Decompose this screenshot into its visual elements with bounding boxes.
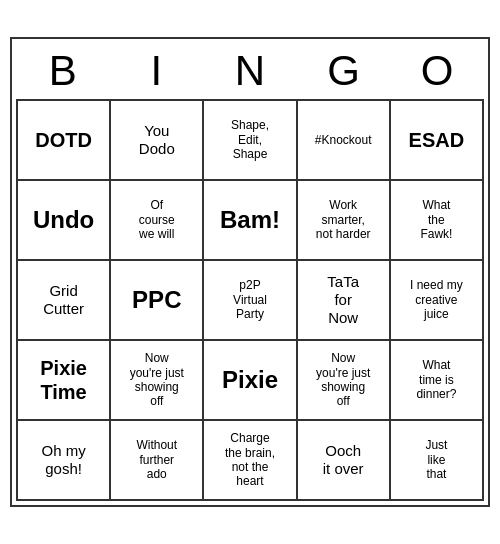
cell-text: Charge the brain, not the heart [225, 431, 275, 489]
bingo-cell: Pixie [204, 341, 297, 421]
bingo-cell: #Knockout [298, 101, 391, 181]
bingo-cell: Without further ado [111, 421, 204, 501]
cell-text: Ooch it over [323, 442, 364, 478]
bingo-cell: Pixie Time [18, 341, 111, 421]
bingo-cell: Oh my gosh! [18, 421, 111, 501]
cell-text: Pixie [222, 366, 278, 395]
cell-text: What the Fawk! [420, 198, 452, 241]
bingo-cell: I need my creative juice [391, 261, 484, 341]
bingo-cell: Work smarter, not harder [298, 181, 391, 261]
bingo-cell: Charge the brain, not the heart [204, 421, 297, 501]
cell-text: DOTD [35, 128, 92, 152]
bingo-cell: Grid Cutter [18, 261, 111, 341]
bingo-cell: Now you're just showing off [111, 341, 204, 421]
cell-text: Now you're just showing off [316, 351, 370, 409]
bingo-cell: p2P Virtual Party [204, 261, 297, 341]
cell-text: Shape, Edit, Shape [231, 118, 269, 161]
bingo-cell: Undo [18, 181, 111, 261]
cell-text: Without further ado [136, 438, 177, 481]
cell-text: ESAD [409, 128, 465, 152]
bingo-header: BINGO [16, 43, 484, 99]
cell-text: Pixie Time [40, 356, 87, 404]
bingo-cell: What the Fawk! [391, 181, 484, 261]
cell-text: p2P Virtual Party [233, 278, 267, 321]
bingo-cell: What time is dinner? [391, 341, 484, 421]
bingo-grid: DOTDYou DodoShape, Edit, Shape#KnockoutE… [16, 99, 484, 501]
bingo-cell: Now you're just showing off [298, 341, 391, 421]
bingo-cell: Just like that [391, 421, 484, 501]
cell-text: I need my creative juice [410, 278, 463, 321]
bingo-card: BINGO DOTDYou DodoShape, Edit, Shape#Kno… [10, 37, 490, 507]
bingo-cell: Bam! [204, 181, 297, 261]
cell-text: Bam! [220, 206, 280, 235]
cell-text: Of course we will [139, 198, 175, 241]
cell-text: Just like that [425, 438, 447, 481]
bingo-cell: PPC [111, 261, 204, 341]
cell-text: TaTa for Now [327, 273, 359, 327]
cell-text: Work smarter, not harder [316, 198, 371, 241]
header-letter: B [16, 43, 110, 99]
header-letter: I [110, 43, 204, 99]
cell-text: What time is dinner? [416, 358, 456, 401]
cell-text: Oh my gosh! [42, 442, 86, 478]
header-letter: G [297, 43, 391, 99]
bingo-cell: Of course we will [111, 181, 204, 261]
header-letter: N [203, 43, 297, 99]
cell-text: Grid Cutter [43, 282, 84, 318]
bingo-cell: Shape, Edit, Shape [204, 101, 297, 181]
cell-text: You Dodo [139, 122, 175, 158]
bingo-cell: DOTD [18, 101, 111, 181]
bingo-cell: You Dodo [111, 101, 204, 181]
cell-text: PPC [132, 286, 181, 315]
cell-text: Now you're just showing off [130, 351, 184, 409]
cell-text: #Knockout [315, 133, 372, 147]
bingo-cell: TaTa for Now [298, 261, 391, 341]
bingo-cell: ESAD [391, 101, 484, 181]
cell-text: Undo [33, 206, 94, 235]
header-letter: O [390, 43, 484, 99]
bingo-cell: Ooch it over [298, 421, 391, 501]
